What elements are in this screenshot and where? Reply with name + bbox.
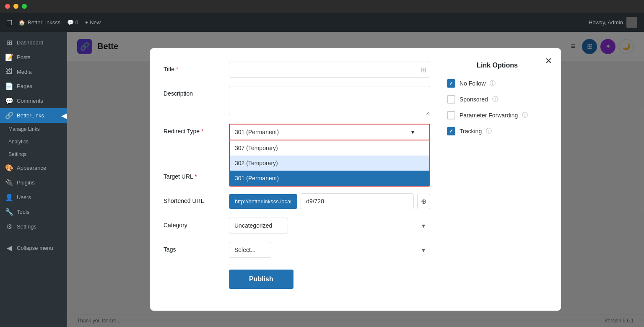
- sponsored-label: Sponsored: [460, 96, 488, 103]
- parameter-forwarding-checkbox[interactable]: [447, 111, 455, 119]
- parameter-forwarding-info-icon[interactable]: ⓘ: [522, 112, 528, 119]
- maximize-button[interactable]: [22, 4, 27, 9]
- home-icon: 🏠: [18, 19, 25, 26]
- sponsored-info-icon[interactable]: ⓘ: [492, 96, 498, 103]
- modal-body: Title * ⊞ Description: [150, 48, 561, 311]
- link-options-panel: Link Options ✓ No Follow ⓘ Spo: [447, 62, 548, 297]
- users-icon: 👤: [5, 193, 13, 201]
- shortened-url-wrapper: http://betterlinksss.local ⊕: [229, 193, 430, 209]
- tracking-label: Tracking: [460, 128, 482, 135]
- betterlinks-icon: 🔗: [5, 112, 13, 119]
- description-row: Description: [164, 86, 430, 115]
- modal-close-button[interactable]: ✕: [543, 55, 554, 67]
- parameter-forwarding-option: Parameter Forwarding ⓘ: [447, 111, 548, 119]
- plugins-icon: 🔌: [5, 179, 13, 187]
- sidebar-item-plugins[interactable]: 🔌 Plugins: [0, 175, 67, 190]
- title-icon: ⊞: [421, 66, 426, 74]
- avatar: [626, 17, 637, 28]
- title-row: Title * ⊞: [164, 62, 430, 78]
- title-input-wrapper: ⊞: [229, 62, 430, 78]
- form-section: Title * ⊞ Description: [164, 62, 430, 297]
- no-follow-checkbox[interactable]: ✓: [447, 79, 455, 88]
- title-label: Title *: [164, 62, 222, 73]
- sidebar-item-tools[interactable]: 🔧 Tools: [0, 205, 67, 219]
- tools-icon: 🔧: [5, 208, 13, 216]
- no-follow-option: ✓ No Follow ⓘ: [447, 79, 548, 88]
- category-label: Category: [164, 218, 222, 228]
- link-options-title: Link Options: [447, 62, 548, 69]
- comments-icon: 💬: [5, 97, 13, 105]
- no-follow-info-icon[interactable]: ⓘ: [490, 80, 496, 87]
- tags-select-wrapper: Select...: [229, 242, 430, 258]
- sidebar: ⊞ Dashboard 📝 Posts 🖼 Media 📄 Pages 💬 Co…: [0, 32, 67, 327]
- modal-dialog: ✕ Title * ⊞: [150, 48, 561, 311]
- description-label: Description: [164, 86, 222, 97]
- category-select-wrapper: Uncategorized: [229, 218, 430, 234]
- sidebar-item-dashboard[interactable]: ⊞ Dashboard: [0, 35, 67, 50]
- tags-select[interactable]: Select...: [229, 242, 271, 258]
- dropdown-option-301[interactable]: 301 (Permanent): [230, 171, 429, 186]
- appearance-icon: 🎨: [5, 164, 13, 172]
- sponsored-checkbox[interactable]: [447, 95, 455, 104]
- content-area: 🔗 Bette ≡ ⊞ ✦ 🌙 ✕ Title *: [67, 32, 644, 327]
- minimize-button[interactable]: [13, 4, 18, 9]
- category-select[interactable]: Uncategorized: [229, 218, 288, 234]
- sidebar-item-betterlinks[interactable]: 🔗 BetterLinks ◀: [0, 108, 67, 123]
- comments-badge[interactable]: 💬 0: [67, 19, 78, 26]
- description-input[interactable]: [229, 86, 430, 115]
- dashboard-icon: ⊞: [5, 39, 13, 47]
- parameter-forwarding-label: Parameter Forwarding: [460, 112, 518, 119]
- sidebar-item-manage-links[interactable]: Manage Links: [0, 123, 67, 135]
- modal-overlay: ✕ Title * ⊞: [67, 32, 644, 327]
- redirect-type-label: Redirect Type *: [164, 124, 222, 135]
- collapse-icon: ◀: [5, 244, 13, 252]
- url-prefix-button[interactable]: http://betterlinksss.local: [229, 194, 297, 209]
- site-name[interactable]: 🏠 BetterLinksss: [18, 19, 60, 26]
- category-row: Category Uncategorized: [164, 218, 430, 234]
- tracking-checkbox[interactable]: ✓: [447, 127, 455, 135]
- new-button[interactable]: + New: [85, 19, 101, 26]
- chevron-down-icon: ▾: [411, 129, 414, 135]
- howdy-label: Howdy, Admin: [589, 17, 637, 28]
- posts-icon: 📝: [5, 53, 13, 61]
- settings-icon: ⚙: [5, 223, 13, 231]
- publish-row: Publish: [164, 266, 430, 289]
- sidebar-item-settings[interactable]: ⚙ Settings: [0, 219, 67, 234]
- sidebar-item-comments[interactable]: 💬 Comments: [0, 93, 67, 108]
- shortened-url-row: Shortened URL http://betterlinksss.local…: [164, 193, 430, 209]
- wp-logo-icon[interactable]: □: [7, 18, 12, 27]
- sidebar-item-appearance[interactable]: 🎨 Appearance: [0, 161, 67, 175]
- sidebar-item-posts[interactable]: 📝 Posts: [0, 50, 67, 65]
- tags-row: Tags Select...: [164, 242, 430, 258]
- pages-icon: 📄: [5, 82, 13, 90]
- tracking-info-icon[interactable]: ⓘ: [486, 127, 492, 135]
- no-follow-label: No Follow: [460, 80, 486, 87]
- close-button[interactable]: [5, 4, 10, 9]
- url-suffix-input[interactable]: [301, 193, 414, 209]
- redirect-type-wrapper: 301 (Permanent) ▾ 307 (Temporary) 302 (T…: [229, 124, 430, 140]
- title-input[interactable]: [229, 62, 430, 78]
- sidebar-item-users[interactable]: 👤 Users: [0, 190, 67, 205]
- sidebar-item-media[interactable]: 🖼 Media: [0, 65, 67, 79]
- titlebar: [0, 0, 644, 13]
- sidebar-item-pages[interactable]: 📄 Pages: [0, 79, 67, 93]
- redirect-dropdown: 307 (Temporary) 302 (Temporary) 301 (Per…: [229, 140, 430, 187]
- target-url-label: Target URL *: [164, 169, 222, 180]
- sidebar-item-analytics[interactable]: Analytics: [0, 135, 67, 148]
- redirect-type-select[interactable]: 301 (Permanent) ▾: [229, 124, 430, 140]
- dropdown-option-302[interactable]: 302 (Temporary): [230, 156, 429, 171]
- tracking-option: ✓ Tracking ⓘ: [447, 127, 548, 135]
- collapse-menu-button[interactable]: ◀ Collapse menu: [0, 241, 67, 255]
- redirect-type-row: Redirect Type * 301 (Permanent) ▾ 307 (T…: [164, 124, 430, 140]
- sponsored-option: Sponsored ⓘ: [447, 95, 548, 104]
- shortened-url-label: Shortened URL: [164, 193, 222, 204]
- tags-label: Tags: [164, 242, 222, 253]
- dropdown-option-307[interactable]: 307 (Temporary): [230, 140, 429, 156]
- media-icon: 🖼: [5, 68, 13, 75]
- sidebar-item-settings-sub[interactable]: Settings: [0, 148, 67, 161]
- publish-button[interactable]: Publish: [229, 270, 293, 289]
- copy-button[interactable]: ⊕: [417, 194, 430, 209]
- admin-bar: □ 🏠 BetterLinksss 💬 0 + New Howdy, Admin: [0, 13, 644, 32]
